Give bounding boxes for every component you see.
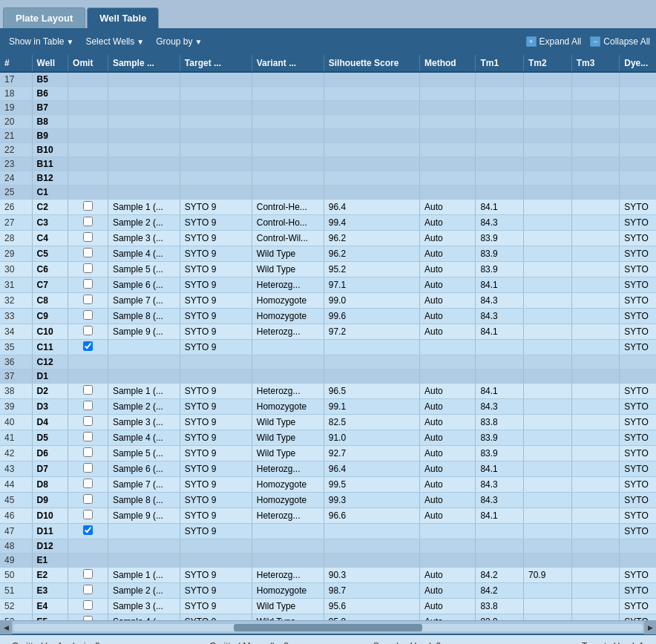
row-silhouette: 99.5 <box>324 477 419 493</box>
omit-checkbox[interactable] <box>83 263 93 273</box>
tab-plate-layout[interactable]: Plate Layout <box>3 7 85 28</box>
row-omit-cell[interactable] <box>68 72 108 87</box>
col-header-well[interactable]: Well <box>32 55 68 72</box>
col-header-tm3[interactable]: Tm3 <box>571 55 620 72</box>
col-header-variant[interactable]: Variant ... <box>252 55 324 72</box>
row-omit-cell[interactable] <box>68 185 108 200</box>
row-omit-cell[interactable] <box>68 399 108 415</box>
row-omit-cell[interactable] <box>68 539 108 553</box>
omit-checkbox[interactable] <box>83 341 93 351</box>
row-omit-cell[interactable] <box>68 293 108 309</box>
omit-checkbox[interactable] <box>83 416 93 426</box>
select-wells-button[interactable]: Select Wells ▼ <box>82 35 147 48</box>
row-well: D4 <box>32 415 68 430</box>
omit-checkbox[interactable] <box>83 494 93 504</box>
row-omit-cell[interactable] <box>68 599 108 614</box>
col-header-num[interactable]: # <box>0 55 32 72</box>
row-omit-cell[interactable] <box>68 355 108 369</box>
row-tm1 <box>476 171 524 185</box>
row-sample <box>108 87 180 101</box>
row-omit-cell[interactable] <box>68 200 108 215</box>
row-omit-cell[interactable] <box>68 87 108 101</box>
omit-checkbox[interactable] <box>83 385 93 395</box>
group-by-button[interactable]: Group by ▼ <box>153 35 205 48</box>
scroll-track[interactable] <box>13 624 643 631</box>
omit-checkbox[interactable] <box>83 463 93 473</box>
row-omit-cell[interactable] <box>68 262 108 277</box>
row-dye: SYTO <box>620 277 656 293</box>
row-omit-cell[interactable] <box>68 430 108 446</box>
omit-checkbox[interactable] <box>83 510 93 519</box>
row-omit-cell[interactable] <box>68 231 108 246</box>
omit-checkbox[interactable] <box>83 232 93 242</box>
row-omit-cell[interactable] <box>68 215 108 231</box>
row-well: E4 <box>32 599 68 614</box>
col-header-tm1[interactable]: Tm1 <box>476 55 524 72</box>
omit-checkbox[interactable] <box>83 432 93 441</box>
col-header-omit[interactable]: Omit <box>68 55 108 72</box>
horizontal-scrollbar[interactable]: ◀ ▶ <box>0 620 656 634</box>
row-omit-cell[interactable] <box>68 115 108 129</box>
row-omit-cell[interactable] <box>68 157 108 171</box>
col-header-dye[interactable]: Dye... <box>620 55 656 72</box>
row-omit-cell[interactable] <box>68 446 108 461</box>
col-header-silhouette[interactable]: Silhouette Score <box>324 55 419 72</box>
row-method: Auto <box>419 415 475 430</box>
row-omit-cell[interactable] <box>68 493 108 508</box>
row-omit-cell[interactable] <box>68 369 108 384</box>
omit-checkbox[interactable] <box>83 279 93 289</box>
row-omit-cell[interactable] <box>68 524 108 539</box>
scroll-right-button[interactable]: ▶ <box>644 621 656 634</box>
row-omit-cell[interactable] <box>68 583 108 599</box>
tab-well-table[interactable]: Well Table <box>87 7 159 28</box>
omit-checkbox[interactable] <box>83 447 93 457</box>
omit-checkbox[interactable] <box>83 248 93 257</box>
show-in-table-button[interactable]: Show in Table ▼ <box>6 35 76 48</box>
omit-checkbox[interactable] <box>83 295 93 304</box>
row-omit-cell[interactable] <box>68 553 108 568</box>
col-header-target[interactable]: Target ... <box>180 55 252 72</box>
row-omit-cell[interactable] <box>68 508 108 524</box>
row-omit-cell[interactable] <box>68 277 108 293</box>
row-omit-cell[interactable] <box>68 614 108 621</box>
row-omit-cell[interactable] <box>68 415 108 430</box>
row-omit-cell[interactable] <box>68 324 108 340</box>
omit-checkbox[interactable] <box>83 525 93 535</box>
omit-checkbox[interactable] <box>83 401 93 410</box>
row-omit-cell[interactable] <box>68 384 108 399</box>
row-omit-cell[interactable] <box>68 143 108 157</box>
scroll-left-button[interactable]: ◀ <box>0 621 12 634</box>
row-omit-cell[interactable] <box>68 101 108 115</box>
row-tm3 <box>571 129 620 143</box>
col-header-sample[interactable]: Sample ... <box>108 55 180 72</box>
omit-checkbox[interactable] <box>83 479 93 488</box>
omit-checkbox[interactable] <box>83 326 93 335</box>
row-omit-cell[interactable] <box>68 129 108 143</box>
row-omit-cell[interactable] <box>68 568 108 583</box>
row-omit-cell[interactable] <box>68 340 108 355</box>
col-header-tm2[interactable]: Tm2 <box>524 55 572 72</box>
scroll-thumb[interactable] <box>234 624 422 631</box>
row-omit-cell[interactable] <box>68 309 108 324</box>
row-omit-cell[interactable] <box>68 477 108 493</box>
table-container[interactable]: # Well Omit Sample ... Target ... Varian… <box>0 55 656 620</box>
row-tm2 <box>524 185 572 200</box>
row-sample <box>108 171 180 185</box>
omit-checkbox[interactable] <box>83 616 93 620</box>
row-method <box>419 539 475 553</box>
omit-checkbox[interactable] <box>83 310 93 320</box>
expand-all-button[interactable]: + Expand All <box>526 36 582 47</box>
row-sample <box>108 539 180 553</box>
group-by-label: Group by <box>156 36 192 47</box>
omit-checkbox[interactable] <box>83 569 93 579</box>
row-omit-cell[interactable] <box>68 171 108 185</box>
collapse-all-button[interactable]: − Collapse All <box>590 36 650 47</box>
omit-checkbox[interactable] <box>83 585 93 594</box>
omit-checkbox[interactable] <box>83 600 93 610</box>
omit-checkbox[interactable] <box>83 217 93 226</box>
row-omit-cell[interactable] <box>68 246 108 262</box>
row-tm1 <box>476 340 524 355</box>
col-header-method[interactable]: Method <box>419 55 475 72</box>
omit-checkbox[interactable] <box>83 201 93 211</box>
row-omit-cell[interactable] <box>68 461 108 477</box>
